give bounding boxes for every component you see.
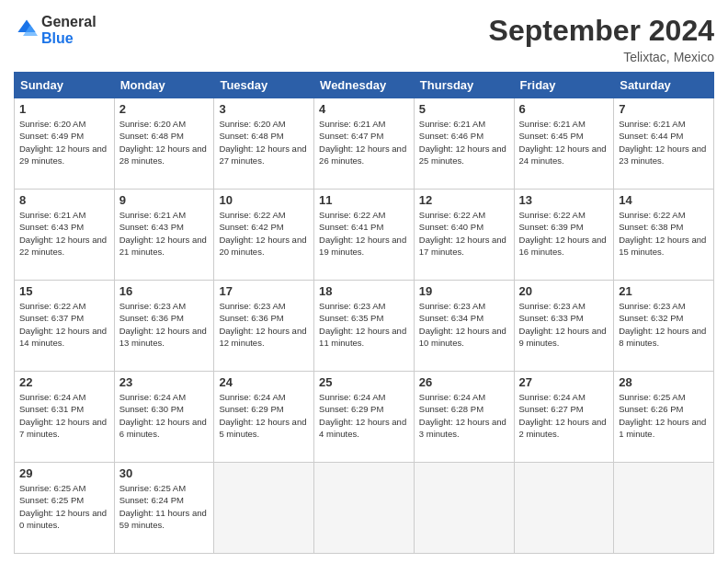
day-number: 5 — [419, 102, 509, 116]
col-header-monday: Monday — [114, 73, 214, 98]
day-cell — [614, 463, 714, 554]
day-info: Sunrise: 6:23 AMSunset: 6:34 PMDaylight:… — [419, 300, 509, 349]
day-number: 11 — [319, 193, 409, 207]
day-info: Sunrise: 6:22 AMSunset: 6:39 PMDaylight:… — [519, 209, 609, 258]
day-cell: 9Sunrise: 6:21 AMSunset: 6:43 PMDaylight… — [114, 190, 214, 281]
day-info: Sunrise: 6:23 AMSunset: 6:32 PMDaylight:… — [619, 300, 709, 349]
day-info: Sunrise: 6:25 AMSunset: 6:26 PMDaylight:… — [619, 391, 709, 440]
day-info: Sunrise: 6:22 AMSunset: 6:40 PMDaylight:… — [419, 209, 509, 258]
week-row-5: 29Sunrise: 6:25 AMSunset: 6:25 PMDayligh… — [15, 463, 714, 554]
week-row-4: 22Sunrise: 6:24 AMSunset: 6:31 PMDayligh… — [15, 372, 714, 463]
day-info: Sunrise: 6:21 AMSunset: 6:46 PMDaylight:… — [419, 118, 509, 167]
day-info: Sunrise: 6:24 AMSunset: 6:29 PMDaylight:… — [319, 391, 409, 440]
day-info: Sunrise: 6:20 AMSunset: 6:48 PMDaylight:… — [219, 118, 309, 167]
day-cell — [414, 463, 514, 554]
day-info: Sunrise: 6:23 AMSunset: 6:36 PMDaylight:… — [219, 300, 309, 349]
day-number: 9 — [119, 193, 210, 207]
day-cell: 23Sunrise: 6:24 AMSunset: 6:30 PMDayligh… — [114, 372, 214, 463]
col-header-thursday: Thursday — [414, 73, 514, 98]
day-info: Sunrise: 6:24 AMSunset: 6:27 PMDaylight:… — [519, 391, 609, 440]
day-info: Sunrise: 6:20 AMSunset: 6:49 PMDaylight:… — [19, 118, 109, 167]
day-info: Sunrise: 6:23 AMSunset: 6:33 PMDaylight:… — [519, 300, 609, 349]
day-number: 12 — [419, 193, 509, 207]
day-info: Sunrise: 6:21 AMSunset: 6:43 PMDaylight:… — [119, 209, 210, 258]
day-number: 14 — [619, 193, 709, 207]
day-cell: 17Sunrise: 6:23 AMSunset: 6:36 PMDayligh… — [214, 281, 314, 372]
day-cell: 24Sunrise: 6:24 AMSunset: 6:29 PMDayligh… — [214, 372, 314, 463]
day-info: Sunrise: 6:24 AMSunset: 6:29 PMDaylight:… — [219, 391, 309, 440]
day-cell: 2Sunrise: 6:20 AMSunset: 6:48 PMDaylight… — [114, 98, 214, 190]
col-header-saturday: Saturday — [614, 73, 714, 98]
day-cell: 28Sunrise: 6:25 AMSunset: 6:26 PMDayligh… — [614, 372, 714, 463]
week-row-2: 8Sunrise: 6:21 AMSunset: 6:43 PMDaylight… — [15, 190, 714, 281]
day-number: 6 — [519, 102, 609, 116]
day-cell: 3Sunrise: 6:20 AMSunset: 6:48 PMDaylight… — [214, 98, 314, 190]
day-cell: 10Sunrise: 6:22 AMSunset: 6:42 PMDayligh… — [214, 190, 314, 281]
day-info: Sunrise: 6:22 AMSunset: 6:37 PMDaylight:… — [19, 300, 109, 349]
day-cell: 11Sunrise: 6:22 AMSunset: 6:41 PMDayligh… — [314, 190, 415, 281]
day-number: 18 — [319, 284, 409, 298]
col-header-wednesday: Wednesday — [314, 73, 415, 98]
day-number: 13 — [519, 193, 609, 207]
day-cell: 18Sunrise: 6:23 AMSunset: 6:35 PMDayligh… — [314, 281, 415, 372]
header: General Blue September 2024 Telixtac, Me… — [14, 14, 714, 64]
day-cell: 8Sunrise: 6:21 AMSunset: 6:43 PMDaylight… — [15, 190, 115, 281]
logo-icon — [16, 17, 38, 40]
calendar-table: SundayMondayTuesdayWednesdayThursdayFrid… — [14, 72, 714, 554]
col-header-sunday: Sunday — [15, 73, 115, 98]
day-number: 3 — [219, 102, 309, 116]
week-row-1: 1Sunrise: 6:20 AMSunset: 6:49 PMDaylight… — [15, 98, 714, 190]
month-title: September 2024 — [489, 14, 714, 48]
day-info: Sunrise: 6:24 AMSunset: 6:30 PMDaylight:… — [119, 391, 210, 440]
day-cell — [214, 463, 314, 554]
day-cell: 13Sunrise: 6:22 AMSunset: 6:39 PMDayligh… — [514, 190, 614, 281]
logo-line2: Blue — [41, 30, 97, 47]
col-header-friday: Friday — [514, 73, 614, 98]
day-info: Sunrise: 6:23 AMSunset: 6:36 PMDaylight:… — [119, 300, 210, 349]
day-info: Sunrise: 6:25 AMSunset: 6:25 PMDaylight:… — [19, 482, 109, 531]
day-number: 1 — [19, 102, 109, 116]
day-info: Sunrise: 6:21 AMSunset: 6:47 PMDaylight:… — [319, 118, 409, 167]
day-info: Sunrise: 6:21 AMSunset: 6:43 PMDaylight:… — [19, 209, 109, 258]
day-cell — [514, 463, 614, 554]
day-number: 30 — [119, 466, 210, 480]
day-cell: 6Sunrise: 6:21 AMSunset: 6:45 PMDaylight… — [514, 98, 614, 190]
day-number: 15 — [19, 284, 109, 298]
day-cell: 26Sunrise: 6:24 AMSunset: 6:28 PMDayligh… — [414, 372, 514, 463]
day-info: Sunrise: 6:22 AMSunset: 6:38 PMDaylight:… — [619, 209, 709, 258]
logo: General Blue — [14, 14, 97, 46]
logo-line1: General — [41, 14, 97, 30]
day-info: Sunrise: 6:24 AMSunset: 6:31 PMDaylight:… — [19, 391, 109, 440]
day-cell: 15Sunrise: 6:22 AMSunset: 6:37 PMDayligh… — [15, 281, 115, 372]
day-info: Sunrise: 6:23 AMSunset: 6:35 PMDaylight:… — [319, 300, 409, 349]
day-number: 23 — [119, 375, 210, 389]
day-info: Sunrise: 6:20 AMSunset: 6:48 PMDaylight:… — [119, 118, 210, 167]
location: Telixtac, Mexico — [489, 50, 714, 64]
day-number: 7 — [619, 102, 709, 116]
day-number: 8 — [19, 193, 109, 207]
calendar-header-row: SundayMondayTuesdayWednesdayThursdayFrid… — [15, 73, 714, 98]
day-cell: 1Sunrise: 6:20 AMSunset: 6:49 PMDaylight… — [15, 98, 115, 190]
day-number: 17 — [219, 284, 309, 298]
day-cell: 25Sunrise: 6:24 AMSunset: 6:29 PMDayligh… — [314, 372, 415, 463]
day-number: 20 — [519, 284, 609, 298]
day-cell: 22Sunrise: 6:24 AMSunset: 6:31 PMDayligh… — [15, 372, 115, 463]
day-number: 24 — [219, 375, 309, 389]
day-number: 16 — [119, 284, 210, 298]
day-number: 19 — [419, 284, 509, 298]
day-number: 21 — [619, 284, 709, 298]
day-number: 2 — [119, 102, 210, 116]
day-number: 28 — [619, 375, 709, 389]
day-info: Sunrise: 6:21 AMSunset: 6:44 PMDaylight:… — [619, 118, 709, 167]
day-cell: 27Sunrise: 6:24 AMSunset: 6:27 PMDayligh… — [514, 372, 614, 463]
day-number: 26 — [419, 375, 509, 389]
day-number: 25 — [319, 375, 409, 389]
day-number: 22 — [19, 375, 109, 389]
day-number: 27 — [519, 375, 609, 389]
page: General Blue September 2024 Telixtac, Me… — [0, 0, 728, 563]
day-info: Sunrise: 6:22 AMSunset: 6:41 PMDaylight:… — [319, 209, 409, 258]
day-cell: 16Sunrise: 6:23 AMSunset: 6:36 PMDayligh… — [114, 281, 214, 372]
day-number: 4 — [319, 102, 409, 116]
col-header-tuesday: Tuesday — [214, 73, 314, 98]
day-info: Sunrise: 6:22 AMSunset: 6:42 PMDaylight:… — [219, 209, 309, 258]
